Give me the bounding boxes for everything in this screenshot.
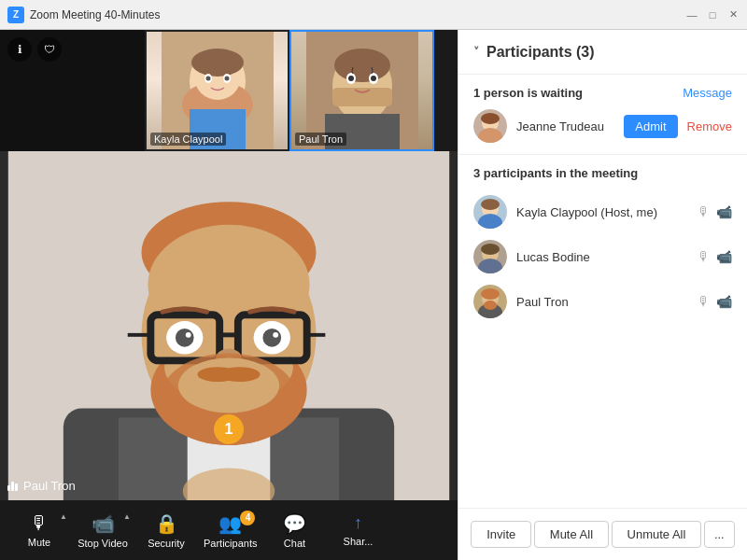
minimize-button[interactable]: — [685,8,698,21]
svg-point-7 [205,77,210,81]
main-content: Kayla Claypool [0,30,747,560]
paul-avatar [473,285,507,318]
lucas-controls: 🎙 📹 [698,249,732,264]
panel-title: Participants (3) [486,44,595,61]
paul-mic-icon: 🎙 [698,294,711,309]
svg-rect-15 [332,88,392,106]
panel-footer: Invite Mute All Unmute All ... [458,508,747,560]
paul-controls: 🎙 📹 [698,294,732,309]
svg-point-48 [219,367,260,382]
paul-cam-icon: 📹 [716,294,732,309]
window-title: Zoom Meeting 40-Minutes [30,8,685,21]
share-icon: ↑ [354,513,362,533]
camera-icon: 📹 [92,512,115,535]
participants-icon: 👥 [218,512,242,535]
security-label: Security [148,538,185,549]
share-label: Shar... [344,536,374,547]
main-speaker-name: Paul Tron [23,479,76,493]
stop-video-button[interactable]: 📹 Stop Video ▲ [71,509,134,553]
thumbnail-kayla[interactable]: Kayla Claypool [145,30,289,151]
participant-item-kayla: Kayla Claypool (Host, me) 🎙 📹 [473,189,732,234]
main-video: Paul Tron 1 [0,151,458,500]
participants-button[interactable]: 👥 Participants 4 [198,509,262,553]
kayla-mic-icon: 🎙 [698,204,711,219]
svg-point-61 [481,244,500,255]
participants-list-section: 3 participants in the meeting Kayla Clay… [458,155,747,508]
toolbar: 🎙 Mute ▲ 📹 Stop Video ▲ 🔒 Security 👥 Par… [0,500,458,560]
svg-point-65 [481,288,500,300]
svg-point-46 [178,357,279,413]
info-icon[interactable]: ℹ [7,37,32,62]
lucas-avatar [473,240,507,273]
zoom-icon: Z [7,7,24,23]
invite-button[interactable]: Invite [471,521,531,548]
chat-icon: 💬 [283,512,306,535]
lucas-cam-icon: 📹 [716,249,732,264]
svg-point-8 [224,77,229,81]
in-meeting-title: 3 participants in the meeting [473,166,732,180]
waiting-header: 1 person is waiting Message [473,86,732,100]
audio-level-bars [7,482,18,491]
jeanne-name: Jeanne Trudeau [516,119,614,133]
svg-point-19 [371,76,376,81]
more-options-button[interactable]: ... [704,521,735,548]
kayla-avatar [473,195,507,229]
video-arrow: ▲ [123,512,131,521]
security-icon: 🔒 [155,512,178,535]
svg-rect-14 [336,63,388,73]
notification-badge: 1 [214,414,244,444]
mute-button[interactable]: 🎙 Mute ▲ [7,509,71,552]
window-controls: — □ ✕ [685,8,740,21]
svg-point-57 [481,199,500,210]
shield-icon[interactable]: 🛡 [37,37,62,62]
paul-thumb-name: Paul Tron [295,133,346,146]
panel-chevron-icon[interactable]: ˅ [473,46,479,59]
mute-label: Mute [28,537,50,548]
waiting-title: 1 person is waiting [473,86,583,100]
close-button[interactable]: ✕ [726,8,740,21]
participants-panel: ˅ Participants (3) 1 person is waiting M… [458,30,747,560]
kayla-name: Kayla Claypool [150,133,226,146]
participants-label: Participants [204,538,257,549]
thumbnail-paul[interactable]: Paul Tron [289,30,434,151]
svg-point-18 [348,76,354,81]
svg-point-41 [273,332,278,338]
svg-point-66 [484,301,497,310]
kayla-controls: 🎙 📹 [698,204,732,219]
thumbnail-strip: Kayla Claypool [0,30,458,151]
svg-point-39 [262,329,281,347]
share-button[interactable]: ↑ Shar... [326,510,389,551]
svg-point-4 [191,49,244,77]
video-area: Kayla Claypool [0,30,458,560]
kayla-cam-icon: 📹 [716,204,732,219]
waiting-person: Jeanne Trudeau Admit Remove [473,109,732,143]
overlay-icons: ℹ 🛡 [7,37,62,62]
message-link[interactable]: Message [683,86,732,100]
participants-badge: 4 [240,511,255,525]
svg-point-38 [176,329,194,347]
svg-point-40 [186,332,191,338]
maximize-button[interactable]: □ [706,8,719,21]
admit-button[interactable]: Admit [624,115,677,138]
microphone-icon: 🎙 [30,512,49,534]
lucas-participant-name: Lucas Bodine [516,250,688,264]
mute-arrow: ▲ [60,512,67,521]
stop-video-label: Stop Video [78,538,128,549]
paul-participant-name: Paul Tron [516,295,688,309]
participant-item-paul: Paul Tron 🎙 📹 [473,279,732,324]
waiting-section: 1 person is waiting Message Jeanne Trude… [458,75,747,155]
jeanne-avatar [473,109,507,143]
participant-item-lucas: Lucas Bodine 🎙 📹 [473,234,732,279]
main-speaker-label: Paul Tron [7,479,76,493]
panel-header: ˅ Participants (3) [458,30,747,75]
security-button[interactable]: 🔒 Security [134,509,198,553]
kayla-participant-name: Kayla Claypool (Host, me) [516,205,688,219]
remove-button[interactable]: Remove [687,119,732,133]
mute-all-button[interactable]: Mute All [534,521,609,548]
chat-label: Chat [284,538,305,549]
chat-button[interactable]: 💬 Chat [262,509,326,553]
svg-point-53 [481,113,500,124]
unmute-all-button[interactable]: Unmute All [612,521,702,548]
title-bar: Z Zoom Meeting 40-Minutes — □ ✕ [0,0,747,30]
lucas-mic-icon: 🎙 [698,249,711,264]
